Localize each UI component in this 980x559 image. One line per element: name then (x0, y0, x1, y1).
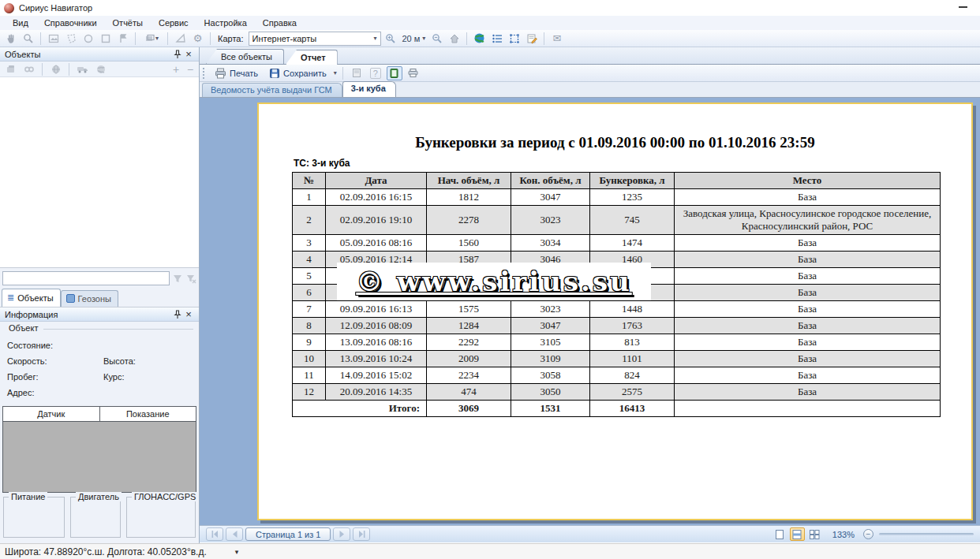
report-tab1-label: Ведомость учёта выдачи ГСМ (211, 85, 332, 95)
notes-edit-icon[interactable] (524, 32, 539, 46)
last-page-button[interactable] (353, 527, 370, 541)
globe-small-icon[interactable] (48, 62, 63, 76)
table-row: 202.09.2016 19:1022783023745Заводская ул… (293, 206, 941, 235)
table-row: 1220.09.2016 14:3547430502575База (293, 384, 941, 401)
status-bar: Широта: 47.88920°с.ш. Долгота: 40.05203°… (0, 543, 980, 559)
sensor-table-header: Датчик Показание (3, 407, 196, 422)
zoom-in-icon[interactable] (383, 32, 398, 46)
report-viewport[interactable]: Бункеровки за период с 01.09.2016 00:00 … (200, 98, 980, 525)
polygon-select-icon[interactable] (63, 32, 78, 46)
objects-toolbar: + − (0, 61, 199, 77)
table-total-row: Итого:3069153116413 (293, 401, 941, 417)
menu-bar: ВидСправочникиОтчётыСервисНастройкаСправ… (0, 16, 980, 30)
menu-item[interactable]: Настройка (196, 17, 255, 28)
remove-object-button[interactable]: − (185, 63, 196, 76)
table-row: 1013.09.2016 10:24200931091101База (293, 351, 941, 367)
objects-list[interactable] (0, 77, 199, 268)
report-toolbar: Печать Сохранить ▾ ? (200, 65, 980, 82)
world-icon[interactable] (93, 62, 108, 76)
groupbox-line (43, 329, 193, 330)
report-tab-vedomost[interactable]: Ведомость учёта выдачи ГСМ (202, 83, 342, 97)
rect-select-icon[interactable] (98, 32, 113, 46)
objects-panel-header: Объекты × (0, 47, 199, 61)
sensor-table: Датчик Показание (2, 406, 196, 493)
filter-icon[interactable] (172, 274, 183, 284)
help-icon[interactable]: ? (368, 66, 383, 80)
pin-icon[interactable] (172, 49, 183, 60)
tab-geozones[interactable]: Геозоны (61, 290, 118, 307)
vehicle-icon[interactable] (75, 62, 90, 76)
zoom-step-dropdown[interactable]: 20 м ▾ (401, 34, 428, 43)
window-title: Сириус Навигатор (19, 3, 92, 13)
first-page-button[interactable] (206, 527, 223, 541)
link-objects-icon[interactable] (21, 62, 36, 76)
mail-icon[interactable]: ✉ (549, 32, 564, 46)
menu-item[interactable]: Справочники (36, 17, 105, 28)
main-tab-strip: Все объекты Отчет (200, 47, 980, 65)
menu-item[interactable]: Справка (255, 17, 305, 28)
main-toolbar: ▾ ⚙ Карта: Интернет-карты ▾ 20 м ▾ ✉ (0, 30, 980, 47)
pin-icon[interactable] (172, 309, 183, 320)
globe-icon[interactable] (472, 32, 487, 46)
image-select-icon[interactable] (46, 32, 61, 46)
chevron-down-icon: ▾ (422, 35, 425, 42)
search-row (0, 270, 199, 287)
filter-clear-icon[interactable] (185, 274, 196, 284)
page-indicator-label: Страница 1 из 1 (256, 530, 320, 539)
table-row: 1114.09.2016 15:0222343058824База (293, 367, 941, 384)
view-fit-width-button[interactable] (790, 527, 805, 541)
menu-item[interactable]: Сервис (151, 17, 196, 28)
zoom-tool-icon[interactable] (21, 32, 36, 46)
print-layout-toggle[interactable] (406, 66, 421, 80)
pager-bar: Страница 1 из 1 133% − (200, 525, 980, 542)
map-label: Карта: (218, 34, 244, 43)
engine-label: Двигатель (76, 492, 122, 501)
zoom-out-icon[interactable] (429, 32, 444, 46)
page-setup-icon[interactable] (349, 66, 365, 80)
tab-report[interactable]: Отчет (286, 50, 338, 65)
view-single-page-button[interactable] (772, 527, 787, 541)
search-input[interactable] (2, 271, 170, 285)
close-icon[interactable]: × (183, 309, 194, 320)
multi-page-icon (810, 530, 820, 539)
menu-item[interactable]: Вид (5, 17, 36, 28)
circle-select-icon[interactable] (80, 32, 95, 46)
prev-page-button[interactable] (226, 527, 243, 541)
zoom-out-slider-button[interactable]: − (863, 529, 873, 539)
settings-gear-icon[interactable]: ⚙ (190, 32, 205, 46)
print-button[interactable]: Печать (211, 66, 262, 80)
view-book-toggle[interactable] (387, 66, 402, 80)
pan-tool-icon[interactable] (3, 32, 18, 46)
zoom-slider[interactable] (879, 533, 974, 535)
flag-icon[interactable] (115, 32, 130, 46)
tab-all-objects[interactable]: Все объекты (206, 49, 284, 64)
map-selection-icon[interactable] (507, 32, 522, 46)
fit-width-icon (792, 530, 802, 539)
minimize-button[interactable] (959, 6, 967, 8)
measure-icon[interactable] (173, 32, 188, 46)
map-select[interactable]: Интернет-карты ▾ (249, 32, 381, 46)
objects-panel-title: Объекты (5, 50, 172, 59)
status-dropdown-caret[interactable]: ▾ (235, 548, 239, 556)
app-icon (4, 3, 14, 13)
home-icon[interactable] (447, 32, 462, 46)
tab-report-label: Отчет (301, 53, 326, 62)
speed-label: Скорость: (7, 356, 47, 366)
add-group-icon[interactable] (3, 62, 18, 76)
save-button[interactable]: Сохранить (265, 66, 331, 80)
menu-item[interactable]: Отчёты (105, 17, 151, 28)
view-multi-page-button[interactable] (807, 527, 822, 541)
save-dropdown-caret[interactable]: ▾ (334, 69, 337, 76)
watermark: © www.sirius.su (337, 263, 651, 300)
next-page-button[interactable] (333, 527, 350, 541)
report-tab-kuba[interactable]: 3-и куба (342, 81, 396, 97)
legend-list-icon[interactable] (489, 32, 504, 46)
tab-objects[interactable]: ≣ Объекты (2, 289, 61, 307)
close-icon[interactable]: × (183, 49, 194, 60)
tab-geozones-label: Геозоны (78, 294, 111, 304)
layers-dropdown[interactable]: ▾ (140, 32, 163, 46)
add-object-button[interactable]: + (170, 63, 181, 76)
title-bar: Сириус Навигатор (0, 0, 980, 16)
engine-indicator-box: Двигатель (70, 497, 121, 538)
report-page: Бункеровки за период с 01.09.2016 00:00 … (257, 102, 973, 520)
